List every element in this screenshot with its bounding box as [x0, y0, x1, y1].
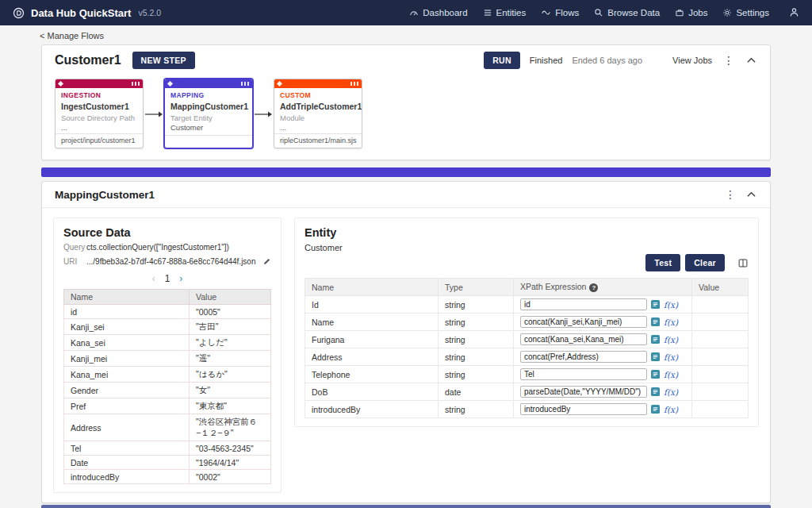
xpath-cell: f(x) — [514, 366, 692, 383]
source-table-row: Date"1964/4/14" — [64, 456, 271, 470]
mapped-value-cell — [692, 296, 749, 314]
entities-icon — [483, 8, 492, 17]
jobs-icon — [675, 8, 684, 17]
step-footer-value — [165, 135, 252, 148]
flow-collapse-chevron-icon[interactable] — [745, 56, 757, 65]
nav-settings[interactable]: Settings — [722, 8, 769, 17]
test-button[interactable]: Test — [645, 254, 680, 271]
step-field-value: ... — [61, 123, 137, 132]
source-field-name: Kanji_sei — [64, 319, 190, 335]
app-version: v5.2.0 — [138, 8, 161, 17]
xpath-expression-input[interactable] — [520, 298, 647, 310]
new-step-button[interactable]: NEW STEP — [132, 52, 195, 69]
function-selector-icon[interactable]: f(x) — [664, 352, 678, 362]
step-name: AddTripleCustomer1 — [280, 102, 356, 111]
source-field-value: "東京都" — [190, 398, 271, 414]
user-icon — [789, 7, 799, 19]
clear-button[interactable]: Clear — [685, 254, 725, 271]
entity-property-name: Id — [305, 296, 439, 314]
mapping-panel-header: MappingCustomer1 ⋮ — [42, 182, 770, 208]
step-card-ingestion[interactable]: INGESTION IngestCustomer1 Source Directo… — [55, 79, 144, 148]
source-table-row: Tel"03-4563-2345" — [64, 441, 271, 456]
step-color-strip — [56, 79, 143, 88]
run-button[interactable]: RUN — [484, 52, 520, 69]
source-field-selector-icon[interactable] — [651, 300, 660, 309]
source-data-title: Source Data — [63, 226, 271, 239]
user-menu-button[interactable] — [789, 7, 799, 19]
function-selector-icon[interactable]: f(x) — [664, 335, 678, 344]
flow-steps-row: INGESTION IngestCustomer1 Source Directo… — [42, 72, 770, 160]
source-field-value: "渋谷区神宮前６−１２−９" — [190, 414, 271, 441]
mapped-value-cell — [692, 314, 749, 331]
mapped-value-cell — [692, 366, 749, 383]
column-layout-icon[interactable] — [737, 258, 749, 268]
step-card-mapping[interactable]: MAPPING MappingCustomer1 Target Entity C… — [164, 79, 253, 148]
view-jobs-link[interactable]: View Jobs — [672, 56, 712, 65]
source-field-selector-icon[interactable] — [651, 387, 660, 396]
breadcrumb: < Manage Flows — [0, 25, 812, 44]
back-to-manage-flows-link[interactable]: < Manage Flows — [40, 31, 104, 40]
source-field-selector-icon[interactable] — [651, 370, 660, 379]
step-field-value: ... — [280, 123, 356, 132]
nav-flows[interactable]: Flows — [541, 8, 579, 17]
mapping-collapse-chevron-icon[interactable] — [745, 190, 757, 199]
function-selector-icon[interactable]: f(x) — [664, 318, 678, 327]
next-page-icon[interactable]: › — [179, 273, 182, 284]
nav-jobs[interactable]: Jobs — [675, 8, 707, 17]
source-field-name: Gender — [64, 383, 190, 398]
source-field-selector-icon[interactable] — [651, 352, 660, 361]
function-selector-icon[interactable]: f(x) — [664, 300, 678, 310]
edit-uri-pencil-icon[interactable] — [263, 257, 271, 268]
source-field-value: "よしだ" — [190, 335, 271, 351]
current-page-number[interactable]: 1 — [165, 273, 170, 284]
xpath-expression-input[interactable] — [520, 333, 647, 345]
mapping-kebab-menu-icon[interactable]: ⋮ — [723, 187, 737, 202]
step-type-label: INGESTION — [61, 91, 137, 99]
step-color-strip — [274, 79, 362, 88]
query-label: Query — [63, 243, 86, 253]
xpath-expression-input[interactable] — [520, 403, 647, 415]
data-hub-logo — [13, 7, 25, 19]
entity-property-name: Name — [305, 314, 439, 331]
nav-entities[interactable]: Entities — [483, 8, 527, 17]
gear-icon — [722, 8, 732, 17]
source-table-row: Kanji_sei"吉田" — [64, 319, 271, 335]
uri-value: .../9fbeb3a2-b7df-4c67-888a-6e8cc764d44f… — [86, 257, 260, 268]
entity-title: Entity — [304, 226, 749, 239]
function-selector-icon[interactable]: f(x) — [664, 370, 678, 379]
step-card-custom[interactable]: CUSTOM AddTripleCustomer1 Module ... rip… — [274, 79, 362, 148]
source-field-selector-icon[interactable] — [651, 335, 660, 344]
nav-dashboard[interactable]: Dashboard — [409, 8, 467, 17]
step-type-label: CUSTOM — [280, 91, 356, 99]
flow-kebab-menu-icon[interactable]: ⋮ — [722, 53, 736, 67]
mapping-col-type: Type — [439, 279, 514, 296]
xpath-expression-input[interactable] — [520, 368, 647, 380]
source-field-selector-icon[interactable] — [651, 405, 660, 414]
xpath-cell-content: f(x) — [520, 351, 685, 363]
xpath-cell: f(x) — [514, 314, 692, 331]
source-field-name: Pref — [64, 398, 190, 414]
xpath-expression-input[interactable] — [520, 316, 647, 328]
top-navbar: Data Hub QuickStart v5.2.0 Dashboard Ent… — [0, 0, 812, 25]
mapping-table-row: Addressstringf(x) — [305, 348, 749, 366]
prev-page-icon[interactable]: ‹ — [152, 273, 155, 284]
source-field-value: "はるか" — [190, 367, 271, 383]
source-table-row: Kanji_mei"遥" — [64, 351, 271, 367]
mapping-table: Name Type XPath Expression? Value Idstri… — [304, 278, 749, 418]
flow-ended-time: Ended 6 days ago — [572, 56, 642, 65]
xpath-help-icon[interactable]: ? — [589, 283, 598, 292]
nav-browse-data[interactable]: Browse Data — [594, 8, 660, 17]
source-field-selector-icon[interactable] — [651, 318, 660, 326]
source-field-name: Kana_sei — [64, 335, 190, 351]
mapped-value-cell — [692, 348, 749, 366]
function-selector-icon[interactable]: f(x) — [664, 405, 678, 414]
source-table-row: Pref"東京都" — [64, 398, 271, 414]
flow-card: Customer1 NEW STEP RUN Finished Ended 6 … — [41, 44, 771, 160]
step-name: MappingCustomer1 — [170, 102, 247, 111]
xpath-expression-input[interactable] — [520, 386, 647, 398]
source-field-value: "女" — [190, 383, 271, 398]
source-field-value: "0002" — [190, 470, 271, 484]
xpath-expression-input[interactable] — [520, 351, 647, 363]
app-title: Data Hub QuickStart — [31, 7, 131, 19]
function-selector-icon[interactable]: f(x) — [664, 387, 678, 397]
